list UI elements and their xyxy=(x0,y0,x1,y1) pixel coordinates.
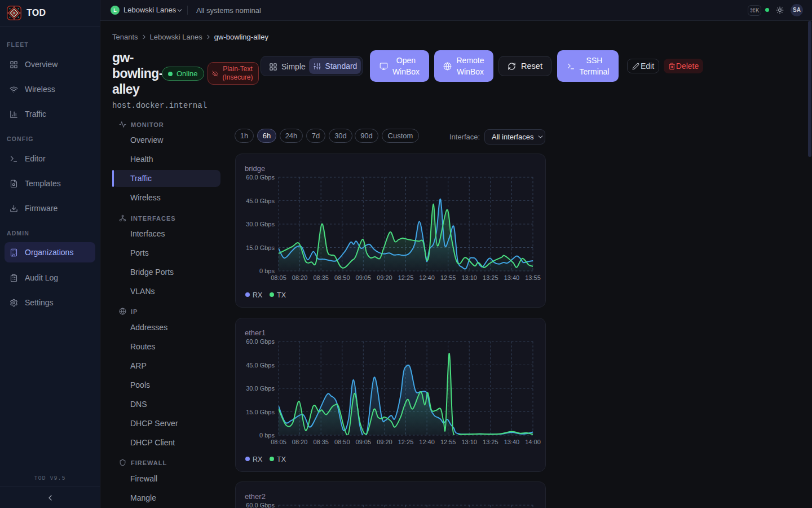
svg-text:12:25: 12:25 xyxy=(398,274,414,281)
svg-text:13:40: 13:40 xyxy=(504,274,520,281)
svg-text:08:05: 08:05 xyxy=(271,439,286,445)
svg-text:12:55: 12:55 xyxy=(440,439,456,445)
svg-text:15.0 Gbps: 15.0 Gbps xyxy=(246,409,275,415)
svg-text:60.0 Gbps: 60.0 Gbps xyxy=(246,338,275,345)
svg-text:13:10: 13:10 xyxy=(461,274,477,281)
svg-text:14:00: 14:00 xyxy=(525,439,541,445)
svg-text:08:20: 08:20 xyxy=(292,274,308,281)
svg-text:13:25: 13:25 xyxy=(483,439,498,445)
svg-text:45.0 Gbps: 45.0 Gbps xyxy=(246,362,275,369)
svg-text:60.0 Gbps: 60.0 Gbps xyxy=(246,174,275,181)
svg-text:0 bps: 0 bps xyxy=(259,268,275,274)
svg-text:30.0 Gbps: 30.0 Gbps xyxy=(246,385,275,392)
svg-text:15.0 Gbps: 15.0 Gbps xyxy=(246,244,275,251)
svg-text:12:40: 12:40 xyxy=(419,439,435,445)
svg-text:0 bps: 0 bps xyxy=(259,432,275,439)
svg-text:09:05: 09:05 xyxy=(356,274,372,281)
svg-text:TX: TX xyxy=(277,456,286,463)
svg-text:09:05: 09:05 xyxy=(356,439,372,445)
svg-text:RX: RX xyxy=(253,291,263,299)
svg-text:60.0 Gbps: 60.0 Gbps xyxy=(246,502,275,508)
svg-text:08:50: 08:50 xyxy=(334,439,350,445)
svg-text:13:10: 13:10 xyxy=(461,439,477,445)
svg-text:TX: TX xyxy=(277,291,286,299)
svg-text:09:20: 09:20 xyxy=(377,274,392,281)
svg-text:08:35: 08:35 xyxy=(313,439,329,445)
svg-text:RX: RX xyxy=(253,456,263,463)
svg-text:13:40: 13:40 xyxy=(504,439,520,445)
svg-text:12:40: 12:40 xyxy=(419,274,435,281)
svg-text:ether2: ether2 xyxy=(245,492,266,501)
svg-text:bridge: bridge xyxy=(245,164,265,173)
svg-text:08:05: 08:05 xyxy=(271,274,286,281)
svg-text:13:25: 13:25 xyxy=(483,274,498,281)
svg-text:ether1: ether1 xyxy=(245,329,266,337)
svg-text:09:20: 09:20 xyxy=(377,439,392,445)
svg-text:13:55: 13:55 xyxy=(525,274,541,281)
svg-text:30.0 Gbps: 30.0 Gbps xyxy=(246,221,275,227)
svg-text:45.0 Gbps: 45.0 Gbps xyxy=(246,198,275,204)
svg-text:12:55: 12:55 xyxy=(440,274,456,281)
svg-text:12:25: 12:25 xyxy=(398,439,414,445)
svg-text:08:35: 08:35 xyxy=(313,274,329,281)
svg-text:08:50: 08:50 xyxy=(334,274,350,281)
svg-text:08:20: 08:20 xyxy=(292,439,308,445)
